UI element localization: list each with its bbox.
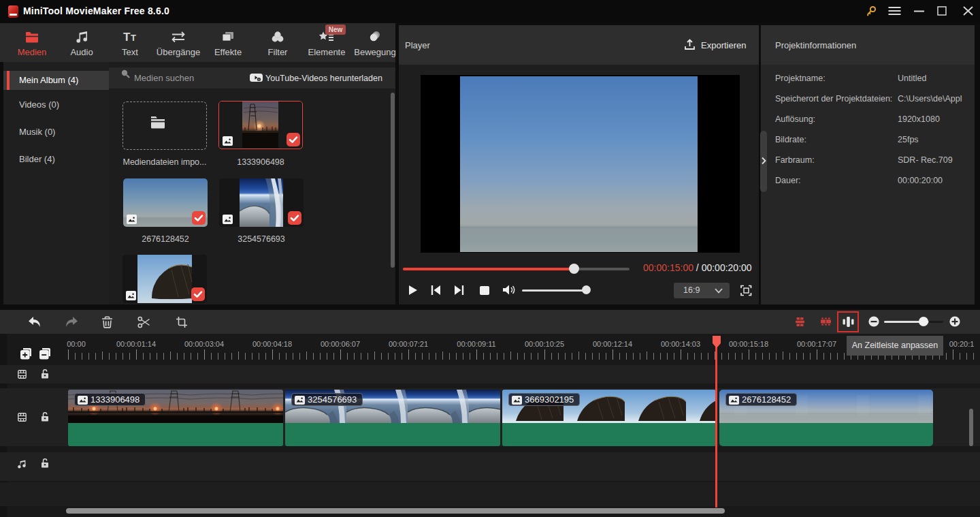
svg-text:T: T xyxy=(123,31,131,44)
svg-text:T: T xyxy=(131,33,136,43)
